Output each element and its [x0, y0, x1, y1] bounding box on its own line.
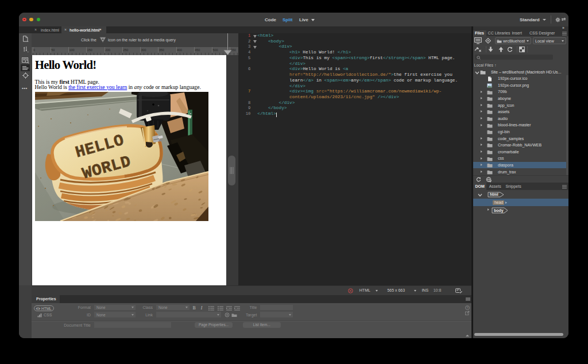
- svg-text:html: html: [490, 192, 498, 196]
- svg-text:?: ?: [466, 306, 468, 309]
- svg-text:body: body: [494, 208, 504, 213]
